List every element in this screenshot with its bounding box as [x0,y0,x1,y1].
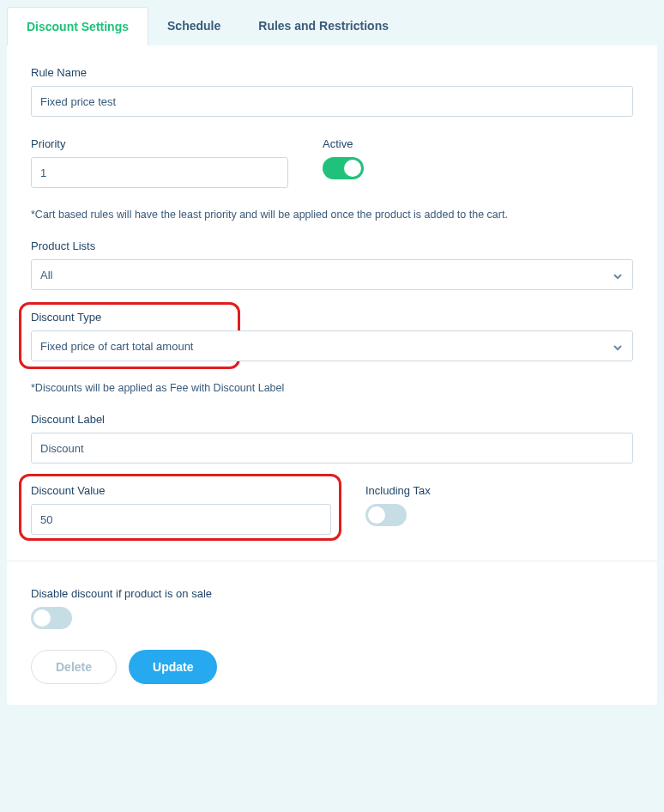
priority-label: Priority [31,137,288,150]
including-tax-label: Including Tax [365,484,633,497]
tab-schedule[interactable]: Schedule [148,7,239,45]
discount-value-label: Discount Value [31,484,331,497]
product-lists-select[interactable]: All [31,259,633,290]
cart-priority-help: *Cart based rules will have the least pr… [31,209,633,221]
update-button[interactable]: Update [129,650,217,684]
active-label: Active [323,137,633,150]
fee-note-help: *Discounts will be applied as Fee with D… [31,382,633,394]
discount-label-input[interactable] [31,433,633,464]
discount-type-select[interactable]: Fixed price of cart total amount [31,330,633,361]
discount-label-label: Discount Label [31,413,633,426]
discount-type-label: Discount Type [31,311,633,324]
priority-input[interactable] [31,157,288,188]
rule-name-label: Rule Name [31,66,633,79]
rule-name-input[interactable] [31,86,633,117]
active-toggle[interactable] [323,157,364,179]
tab-rules-restrictions[interactable]: Rules and Restrictions [239,7,407,45]
including-tax-toggle[interactable] [365,504,407,526]
disable-on-sale-toggle[interactable] [31,607,72,629]
delete-button[interactable]: Delete [31,650,117,684]
product-lists-label: Product Lists [31,239,633,252]
tab-discount-settings[interactable]: Discount Settings [7,7,148,45]
tabs-bar: Discount Settings Schedule Rules and Res… [7,7,657,45]
disable-on-sale-label: Disable discount if product is on sale [31,587,633,600]
discount-value-input[interactable] [31,504,331,535]
